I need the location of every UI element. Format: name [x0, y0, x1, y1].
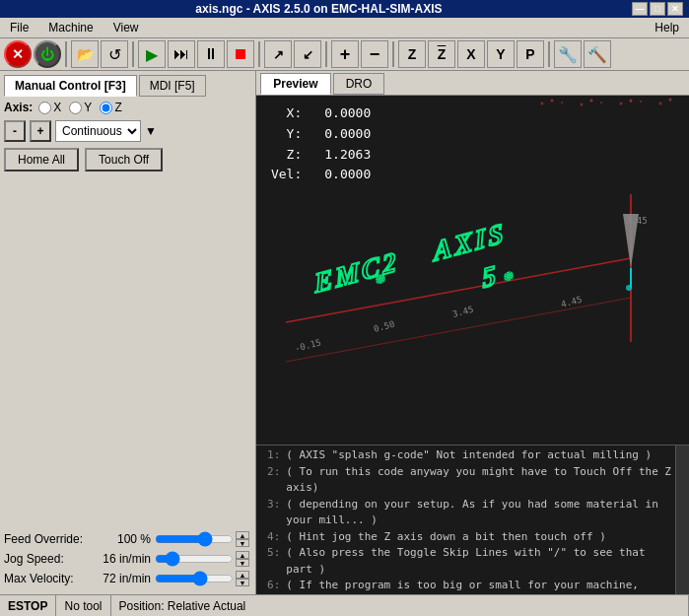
menu-items: File Machine View: [4, 19, 145, 36]
step-forward-button[interactable]: ⏭: [168, 40, 195, 68]
jog-speed-arrows: ▲ ▼: [236, 551, 249, 567]
left-panel: Manual Control [F3] MDI [F5] Axis: X Y Z…: [0, 71, 256, 594]
menu-machine[interactable]: Machine: [42, 19, 99, 36]
code-lines: 1:( AXIS "splash g-code" Not intended fo…: [256, 445, 675, 594]
code-line: 4:( Hint jog the Z axis down a bit then …: [260, 529, 671, 546]
axis-z-radio[interactable]: [100, 102, 112, 114]
feed-override-slider-ctrl: ▲ ▼: [155, 531, 251, 547]
tool-status: No tool: [56, 595, 110, 616]
axis-y-label[interactable]: Y: [69, 101, 92, 114]
feed-override-slider[interactable]: [155, 532, 234, 546]
jog-speed-up[interactable]: ▲: [236, 551, 249, 559]
axis-row: Axis: X Y Z: [4, 101, 251, 114]
max-velocity-up[interactable]: ▲: [236, 571, 249, 579]
view-zr-button[interactable]: Z: [428, 40, 455, 68]
maximize-button[interactable]: □: [650, 2, 665, 16]
max-velocity-down[interactable]: ▼: [236, 579, 249, 586]
view-z-button[interactable]: Z: [398, 40, 426, 68]
feed-override-row: Feed Override: 100 % ▲ ▼: [4, 531, 251, 547]
feed-override-down[interactable]: ▼: [236, 539, 249, 547]
tab-dro[interactable]: DRO: [333, 73, 385, 95]
jog-speed-slider[interactable]: [155, 552, 234, 566]
view-x-button[interactable]: X: [457, 40, 485, 68]
svg-text:*: *: [376, 269, 387, 294]
jog-minus-button[interactable]: -: [4, 120, 26, 142]
minimize-button[interactable]: —: [632, 2, 648, 16]
jog-mode-select[interactable]: Continuous: [55, 120, 141, 142]
menu-help[interactable]: Help: [649, 19, 685, 36]
code-scrollbar[interactable]: [675, 445, 689, 594]
axis-z-label[interactable]: Z: [100, 101, 121, 114]
open-button[interactable]: 📂: [71, 40, 99, 68]
tab-preview[interactable]: Preview: [260, 73, 330, 95]
home-all-button[interactable]: Home All: [4, 148, 79, 171]
pause-button[interactable]: ⏸: [197, 40, 225, 68]
code-panel[interactable]: 1:( AXIS "splash g-code" Not intended fo…: [256, 445, 689, 594]
axis-x-radio[interactable]: [38, 102, 51, 114]
line-content: ( To run this code anyway you might have…: [286, 464, 671, 497]
x-readout-label: X:: [266, 103, 302, 124]
axis-y-radio[interactable]: [69, 102, 82, 114]
tool-button[interactable]: 🔨: [584, 40, 611, 68]
line-number: 2:: [260, 464, 280, 497]
run-button[interactable]: ▶: [138, 40, 166, 68]
svg-point-2: [590, 100, 593, 103]
reverse-button[interactable]: ↙: [294, 40, 321, 68]
svg-point-4: [669, 99, 672, 102]
tab-manual[interactable]: Manual Control [F3]: [4, 75, 137, 97]
svg-point-28: [659, 103, 662, 105]
jog-dropdown-arrow[interactable]: ▼: [145, 124, 157, 138]
axis-x-label[interactable]: X: [38, 101, 61, 114]
line-content: ( depending on your setup. As if you had…: [286, 497, 671, 529]
reload-button[interactable]: ↺: [101, 40, 128, 68]
main-area: Manual Control [F3] MDI [F5] Axis: X Y Z…: [0, 71, 689, 594]
svg-point-26: [620, 103, 623, 105]
tab-mdi[interactable]: MDI [F5]: [139, 75, 206, 97]
axis-label: Axis:: [4, 101, 33, 114]
line-number: 4:: [260, 529, 280, 546]
estop-status: ESTOP: [0, 595, 56, 616]
power-button[interactable]: ⏻: [34, 40, 61, 68]
zoom-out-button[interactable]: −: [361, 40, 388, 68]
jog-speed-down[interactable]: ▼: [236, 559, 249, 567]
touch-off-button[interactable]: Touch Off: [85, 148, 163, 171]
line-content: ( AXIS "splash g-code" Not intended for …: [286, 447, 652, 464]
line-content: ( Hint jog the Z axis down a bit then to…: [286, 529, 606, 546]
view-y-button[interactable]: Y: [487, 40, 515, 68]
window-controls: — □ ✕: [632, 2, 683, 16]
jog-speed-slider-ctrl: ▲ ▼: [155, 551, 251, 567]
title-bar: axis.ngc - AXIS 2.5.0 on EMC-HAL-SIM-AXI…: [0, 0, 689, 18]
view-p-button[interactable]: P: [517, 40, 544, 68]
menu-file[interactable]: File: [4, 19, 34, 36]
line-number: 3:: [260, 497, 280, 529]
forward-button[interactable]: ↗: [264, 40, 292, 68]
y-readout-value: 0.0000: [302, 124, 371, 145]
z-readout-label: Z:: [266, 145, 302, 166]
z-readout-value: 1.2063: [302, 145, 371, 166]
status-bar: ESTOP No tool Position: Relative Actual: [0, 594, 689, 616]
svg-point-27: [640, 101, 642, 103]
max-velocity-slider-ctrl: ▲ ▼: [155, 571, 251, 586]
vel-readout-label: Vel:: [266, 165, 302, 185]
feed-override-up[interactable]: ▲: [236, 531, 249, 539]
zoom-in-button[interactable]: +: [331, 40, 359, 68]
svg-point-25: [600, 102, 602, 103]
max-velocity-arrows: ▲ ▼: [236, 571, 249, 586]
line-content: ( If the program is too big or small for…: [286, 578, 671, 594]
stop-button[interactable]: ⏹: [227, 40, 254, 68]
menu-view[interactable]: View: [107, 19, 145, 36]
jog-row: - + Continuous ▼: [4, 120, 251, 142]
feed-override-label: Feed Override:: [4, 532, 93, 546]
max-velocity-slider[interactable]: [155, 572, 234, 585]
svg-text:*: *: [504, 266, 516, 291]
svg-point-1: [551, 100, 554, 103]
svg-point-11: [626, 285, 632, 291]
clear-button[interactable]: 🔧: [554, 40, 582, 68]
code-line: 5:( Also press the Toggle Skip Lines wit…: [260, 545, 671, 578]
close-button[interactable]: ✕: [667, 2, 683, 16]
jog-plus-button[interactable]: +: [30, 120, 51, 142]
preview-area[interactable]: X: 0.0000 Y: 0.0000 Z: 1.2063 Vel: 0.000…: [256, 96, 689, 445]
svg-point-24: [581, 103, 584, 106]
preview-tab-bar: Preview DRO: [256, 71, 689, 96]
estop-button[interactable]: ✕: [4, 40, 32, 68]
